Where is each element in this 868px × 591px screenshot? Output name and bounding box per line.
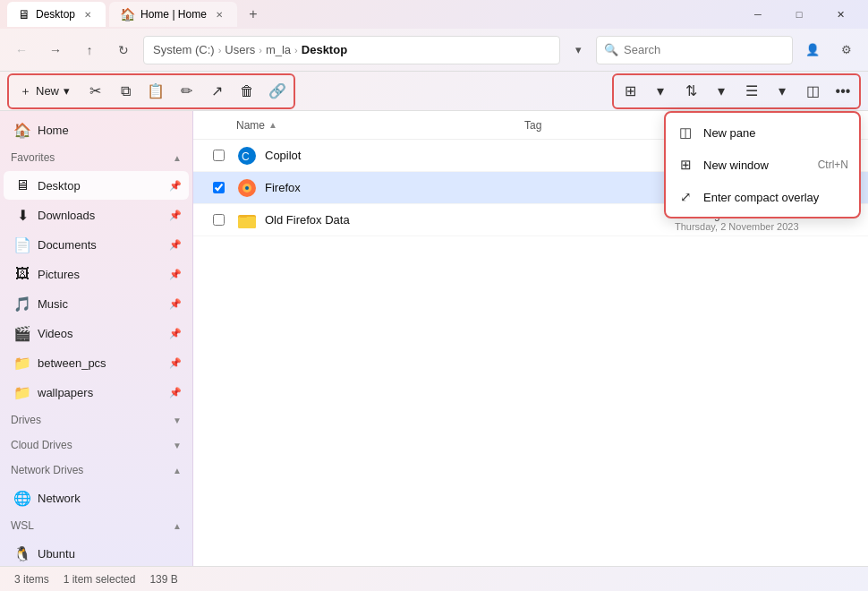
col-name-header[interactable]: Name ▲ (236, 119, 517, 132)
maximize-button[interactable]: □ (779, 0, 820, 29)
forward-button[interactable]: → (41, 36, 70, 64)
breadcrumb-desktop[interactable]: Desktop (302, 43, 347, 56)
network-drives-chevron: ▲ (173, 466, 182, 475)
col-tag-header[interactable]: Tag (524, 119, 668, 132)
sidebar-item-wallpapers[interactable]: 📁 wallpapers 📌 (4, 378, 189, 407)
network-drives-header[interactable]: Network Drives ▲ (0, 458, 192, 483)
dropdown-menu: ◫ New pane ⊞ New window Ctrl+N ⤢ Enter c… (664, 111, 861, 218)
drives-chevron: ▼ (173, 415, 182, 425)
search-icon: 🔍 (604, 43, 618, 56)
view-chevron[interactable]: ▾ (646, 77, 675, 106)
row-checkbox[interactable] (208, 214, 229, 226)
favorites-header[interactable]: Favorites ▲ (0, 145, 192, 170)
back-button[interactable]: ← (7, 36, 36, 64)
favorites-label: Favorites (11, 151, 55, 164)
cloud-drives-header[interactable]: Cloud Drives ▼ (0, 433, 192, 458)
up-button[interactable]: ↑ (75, 36, 104, 64)
group-button[interactable]: ☰ (737, 77, 766, 106)
sidebar-item-between-pcs[interactable]: 📁 between_pcs 📌 (4, 348, 189, 377)
pin-icon-wallpapers: 📌 (169, 387, 182, 398)
file-checkbox-copilot[interactable] (213, 150, 225, 161)
tab-desktop-label: Desktop (36, 8, 75, 21)
tab-home-close[interactable]: ✕ (212, 7, 226, 21)
row-checkbox[interactable] (208, 182, 229, 193)
minimize-button[interactable]: ─ (737, 0, 779, 29)
downloads-icon: ⬇ (14, 207, 30, 223)
network-icon: 🌐 (14, 490, 30, 506)
menu-item-new-pane[interactable]: ◫ New pane (666, 116, 859, 149)
sidebar-item-documents[interactable]: 📄 Documents 📌 (4, 230, 189, 259)
documents-icon: 📄 (14, 236, 30, 253)
row-checkbox[interactable] (208, 150, 229, 161)
breadcrumb-users[interactable]: Users (225, 43, 255, 56)
cloud-drives-chevron: ▼ (173, 441, 182, 450)
sidebar-item-home[interactable]: 🏠 Home (4, 116, 189, 144)
pin-icon-downloads: 📌 (169, 210, 182, 221)
sidebar-item-network[interactable]: 🌐 Network (4, 484, 189, 512)
breadcrumb-mla[interactable]: m_la (266, 43, 291, 56)
pane-button[interactable]: ◫ (798, 77, 827, 106)
refresh-button[interactable]: ↻ (109, 36, 138, 64)
sidebar-item-music[interactable]: 🎵 Music 📌 (4, 289, 189, 318)
search-box: 🔍 (596, 36, 793, 64)
new-pane-label: New pane (703, 126, 756, 140)
tab-desktop-close[interactable]: ✕ (81, 7, 95, 21)
sidebar-between-pcs-label: between_pcs (38, 356, 162, 370)
new-icon: ＋ (20, 83, 31, 99)
pin-icon-music: 📌 (169, 298, 182, 310)
tab-home[interactable]: 🏠 Home | Home ✕ (109, 2, 237, 27)
sort-chevron[interactable]: ▾ (707, 77, 736, 106)
file-date-old-firefox-full: Thursday, 2 November 2023 (675, 221, 854, 232)
toolbar-left-group: ＋ New ▾ ✂ ⧉ 📋 ✏ ↗ 🗑 🔗 (7, 73, 295, 109)
tab-home-label: Home | Home (140, 8, 207, 21)
sidebar-item-pictures[interactable]: 🖼 Pictures 📌 (4, 260, 189, 288)
sidebar-item-ubuntu[interactable]: 🐧 Ubuntu (4, 539, 189, 566)
wallpapers-icon: 📁 (14, 384, 30, 400)
sidebar-videos-label: Videos (38, 327, 162, 340)
music-icon: 🎵 (14, 296, 30, 312)
account-icon[interactable]: 👤 (798, 36, 827, 64)
settings-button[interactable]: ⚙ (832, 36, 861, 64)
tab-desktop[interactable]: 🖥 Desktop ✕ (7, 2, 106, 27)
sidebar-downloads-label: Downloads (38, 209, 162, 222)
breadcrumb-system[interactable]: System (C:) (153, 43, 215, 56)
close-button[interactable]: ✕ (820, 0, 861, 29)
toolbar: ＋ New ▾ ✂ ⧉ 📋 ✏ ↗ 🗑 🔗 ⊞ ▾ ⇅ ▾ ☰ ▾ ◫ ••• (0, 72, 868, 111)
file-checkbox-firefox[interactable] (213, 182, 225, 193)
search-input[interactable] (624, 43, 785, 56)
view-button[interactable]: ⊞ (616, 77, 644, 106)
item-size: 139 B (149, 573, 177, 586)
rename-button[interactable]: ✏ (172, 77, 200, 106)
share-button[interactable]: ↗ (202, 77, 231, 106)
sidebar-item-desktop[interactable]: 🖥 Desktop 📌 (4, 171, 189, 200)
address-dropdown[interactable]: ▾ (566, 36, 591, 64)
ubuntu-icon: 🐧 (14, 545, 30, 561)
breadcrumb[interactable]: System (C:) › Users › m_la › Desktop (143, 36, 560, 64)
item-selected: 1 item selected (64, 573, 136, 586)
menu-item-new-window[interactable]: ⊞ New window Ctrl+N (666, 149, 859, 181)
sort-button[interactable]: ⇅ (677, 77, 705, 106)
col-name-label: Name (236, 119, 265, 132)
wsl-header[interactable]: WSL ▲ (0, 513, 192, 538)
new-tab-button[interactable]: + (241, 2, 266, 27)
delete-button[interactable]: 🗑 (233, 77, 261, 106)
tab-home-icon: 🏠 (120, 7, 135, 21)
new-label: New (36, 84, 59, 98)
sidebar-item-videos[interactable]: 🎬 Videos 📌 (4, 319, 189, 347)
more-button[interactable]: ••• (829, 77, 857, 106)
group-chevron[interactable]: ▾ (768, 77, 796, 106)
sidebar: 🏠 Home Favorites ▲ 🖥 Desktop 📌 ⬇ Downloa… (0, 111, 193, 566)
sidebar-item-downloads[interactable]: ⬇ Downloads 📌 (4, 201, 189, 229)
drives-header[interactable]: Drives ▼ (0, 407, 192, 433)
file-checkbox-old-firefox[interactable] (213, 214, 225, 226)
copy-button[interactable]: ⧉ (111, 77, 140, 106)
wsl-label: WSL (11, 519, 34, 532)
menu-item-compact-overlay[interactable]: ⤢ Enter compact overlay (666, 181, 859, 213)
details-button[interactable]: 🔗 (263, 77, 292, 106)
wsl-chevron: ▲ (173, 521, 182, 531)
sidebar-home-label: Home (38, 124, 182, 137)
cut-button[interactable]: ✂ (81, 77, 109, 106)
new-button[interactable]: ＋ New ▾ (11, 77, 79, 106)
paste-button[interactable]: 📋 (141, 77, 170, 106)
item-count: 3 items (14, 573, 49, 586)
